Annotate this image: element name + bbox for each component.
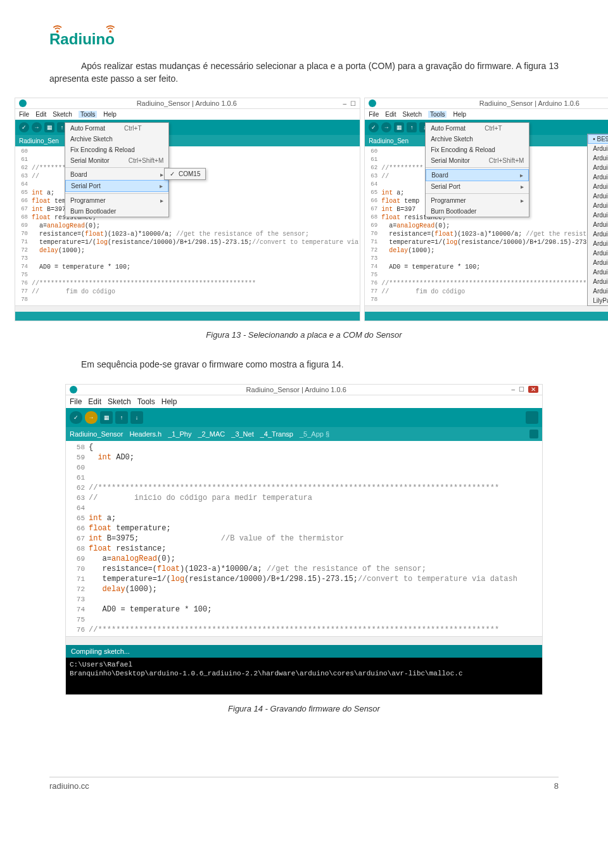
board-item[interactable]: Arduino Mega (ATmega1280): [588, 201, 608, 210]
figure-13-caption: Figura 13 - Selecionando a placa e a COM…: [49, 330, 559, 340]
tab-main[interactable]: Radiuino_Sen: [19, 137, 59, 144]
code-area[interactable]: 58 59 60 61 62 63 64 65 66 67 68 69 70 7…: [66, 441, 542, 636]
tools-dropdown: Auto FormatCtrl+T Archive Sketch Fix Enc…: [65, 122, 169, 217]
app-icon: [19, 99, 27, 107]
serialmon-button[interactable]: [526, 411, 538, 424]
menu-programmer[interactable]: Programmer: [426, 195, 529, 206]
com-item[interactable]: ✓COM15: [165, 169, 205, 179]
tab-main[interactable]: Radiuino_Sen: [369, 137, 408, 144]
menu-autoformat[interactable]: Auto FormatCtrl+T: [65, 123, 168, 134]
menu-board[interactable]: Board: [426, 169, 529, 181]
logo: Radiuino: [49, 22, 559, 51]
page-footer: radiuino.cc 8: [49, 777, 559, 791]
verify-button[interactable]: ✓: [70, 411, 82, 424]
menu-sketch[interactable]: Sketch: [402, 111, 422, 118]
menu-board[interactable]: Board: [65, 169, 168, 180]
menu-tools[interactable]: Tools: [428, 111, 446, 118]
menu-serial[interactable]: Serial MonitorCtrl+Shift+M: [65, 155, 168, 166]
new-button[interactable]: ▦: [394, 122, 404, 132]
verify-button[interactable]: ✓: [369, 122, 379, 132]
h-scrollbar[interactable]: [15, 305, 360, 312]
save-button[interactable]: ↓: [130, 411, 143, 424]
window-title: Radiuino_Sensor | Arduino 1.0.6: [81, 386, 511, 393]
tab-transp[interactable]: _4_Transp: [260, 430, 293, 438]
board-item[interactable]: Arduino Micro: [588, 229, 608, 239]
new-button[interactable]: ▦: [100, 411, 113, 424]
menu-help[interactable]: Help: [453, 111, 466, 118]
upload-button[interactable]: →: [85, 411, 98, 424]
tab-phy[interactable]: _1_Phy: [168, 430, 191, 438]
maximize-icon[interactable]: ☐: [519, 386, 524, 393]
menu-archive[interactable]: Archive Sketch: [426, 134, 529, 144]
h-scrollbar[interactable]: [365, 305, 608, 312]
menu-serial[interactable]: Serial MonitorCtrl+Shift+M: [426, 155, 529, 166]
upload-button[interactable]: →: [32, 122, 42, 132]
tab-mac[interactable]: _2_MAC: [198, 430, 225, 438]
menu-file[interactable]: File: [19, 111, 29, 118]
menu-programmer[interactable]: Programmer: [65, 195, 168, 206]
h-scrollbar[interactable]: [66, 636, 542, 645]
board-item[interactable]: Arduino Ethernet: [588, 258, 608, 267]
board-item[interactable]: Arduino BT w/ ATmega168: [588, 286, 608, 296]
tab-dropdown-icon[interactable]: [529, 430, 538, 438]
menu-help[interactable]: Help: [103, 111, 117, 118]
upload-button[interactable]: →: [381, 122, 391, 132]
menu-edit[interactable]: Edit: [35, 111, 46, 118]
close-icon[interactable]: ✕: [528, 386, 538, 393]
board-item[interactable]: Arduino Esplora: [588, 220, 608, 229]
board-item[interactable]: Arduino Duemilanove w/ ATmega328: [588, 153, 608, 163]
footer-page: 8: [554, 781, 559, 791]
paragraph-1: Após realizar estas mudanças é necessári…: [49, 60, 559, 85]
open-button[interactable]: ↑: [115, 411, 128, 424]
minimize-icon[interactable]: –: [343, 100, 347, 107]
tab-main[interactable]: Radiuino_Sensor: [70, 430, 123, 438]
figure-14-caption: Figura 14 - Gravando firmware do Sensor: [49, 704, 559, 713]
board-item[interactable]: Arduino Nano w/ ATmega328: [588, 172, 608, 182]
menu-file[interactable]: File: [70, 397, 82, 406]
board-item[interactable]: Arduino Leonardo: [588, 210, 608, 220]
app-icon: [369, 99, 376, 107]
menu-burn[interactable]: Burn Bootloader: [65, 206, 168, 217]
menu-serialport[interactable]: Serial Port: [65, 180, 168, 192]
menu-sketch[interactable]: Sketch: [53, 111, 72, 118]
menu-archive[interactable]: Archive Sketch: [65, 134, 168, 144]
board-submenu: • BE900 (3.3V, 8 MHz) w/ ATmega328Arduin…: [587, 134, 608, 306]
board-item[interactable]: Arduino Diecimila or Duemilanove w/ ATme…: [588, 163, 608, 172]
tools-dropdown: Auto FormatCtrl+T Archive Sketch Fix Enc…: [425, 122, 529, 217]
menu-autoformat[interactable]: Auto FormatCtrl+T: [426, 123, 529, 134]
board-item[interactable]: Arduino Mini w/ ATmega328: [588, 239, 608, 248]
minimize-icon[interactable]: –: [511, 386, 515, 393]
menu-burn[interactable]: Burn Bootloader: [426, 206, 529, 217]
board-item[interactable]: Arduino BT w/ ATmega328: [588, 277, 608, 286]
tab-app[interactable]: _5_App §: [300, 430, 329, 438]
menu-fix[interactable]: Fix Encoding & Reload: [65, 144, 168, 155]
menu-file[interactable]: File: [369, 111, 379, 118]
menu-tools[interactable]: Tools: [137, 397, 155, 406]
menu-edit[interactable]: Edit: [88, 397, 101, 406]
tab-headers[interactable]: Headers.h: [129, 430, 162, 438]
menu-fix[interactable]: Fix Encoding & Reload: [426, 144, 529, 155]
menu-help[interactable]: Help: [162, 397, 177, 406]
board-item[interactable]: • BE900 (3.3V, 8 MHz) w/ ATmega328: [588, 134, 608, 144]
maximize-icon[interactable]: ☐: [350, 100, 356, 107]
menubar: File Edit Sketch Tools Help: [365, 109, 608, 120]
menu-edit[interactable]: Edit: [385, 111, 396, 118]
menu-serialport[interactable]: Serial Port: [426, 181, 529, 192]
app-icon: [70, 386, 77, 393]
board-item[interactable]: Arduino Mini w/ ATmega168: [588, 248, 608, 258]
tab-net[interactable]: _3_Net: [231, 430, 253, 438]
menu-tools[interactable]: Tools: [79, 111, 97, 118]
open-button[interactable]: ↑: [407, 122, 417, 132]
board-item[interactable]: Arduino Nano w/ ATmega168: [588, 182, 608, 191]
verify-button[interactable]: ✓: [19, 122, 29, 132]
svg-text:Radiuino: Radiuino: [49, 30, 115, 48]
new-button[interactable]: ▦: [44, 122, 54, 132]
com-submenu: ✓COM15: [164, 168, 206, 180]
board-item[interactable]: Arduino Mega 2560 or Mega ADK: [588, 191, 608, 201]
board-item[interactable]: Arduino Uno: [588, 144, 608, 153]
footer-site: radiuino.cc: [49, 781, 89, 791]
board-item[interactable]: LilyPad Arduino USB: [588, 296, 608, 305]
board-item[interactable]: Arduino Fio: [588, 267, 608, 277]
figure-13: Radiuino_Sensor | Arduino 1.0.6–☐ File E…: [15, 98, 593, 321]
menu-sketch[interactable]: Sketch: [108, 397, 131, 406]
